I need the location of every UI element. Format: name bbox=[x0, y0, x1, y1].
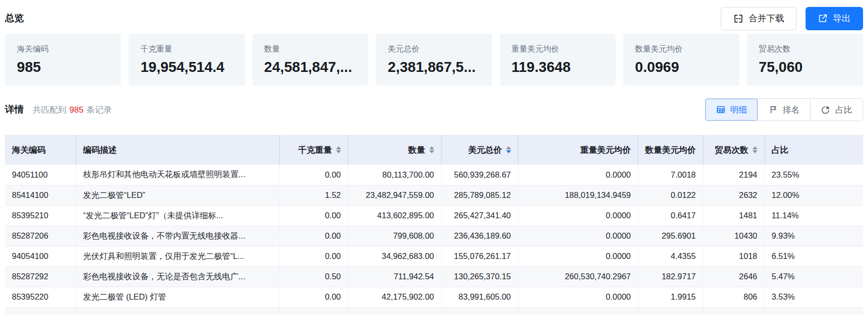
usd_per_weight-cell: 0.0000 bbox=[518, 226, 638, 246]
total_usd-cell: 155,076,261.17 bbox=[441, 246, 518, 266]
share-cell: 9.93% bbox=[764, 226, 863, 246]
total_usd-cell: 236,436,189.60 bbox=[441, 226, 518, 246]
quantity-cell bbox=[348, 307, 441, 315]
trade_count-cell: 1018 bbox=[703, 246, 764, 266]
rank-icon bbox=[768, 105, 778, 115]
trade_count-cell: 2632 bbox=[703, 185, 764, 205]
stat-value: 985 bbox=[17, 59, 109, 75]
sort-caret-icon[interactable] bbox=[752, 146, 757, 153]
detail-table: 海关编码编码描述千克重量数量美元总价重量美元均价数量美元均价贸易次数占比 940… bbox=[5, 135, 863, 315]
usd_per_weight-cell: 188,019,134.9459 bbox=[518, 185, 638, 205]
usd_per_quantity-cell: 4.4355 bbox=[638, 246, 703, 266]
table-row-2: 85395210“发光二极管“LED”灯”（未提供详细标...0.00413,6… bbox=[5, 205, 863, 226]
sort-caret-icon[interactable] bbox=[506, 146, 511, 153]
merge-download-button[interactable]: 合并下载 bbox=[721, 7, 797, 30]
description-cell: 枝形吊灯和其他电动天花板或墙壁照明装置... bbox=[76, 165, 279, 185]
column-header-weight_kg[interactable]: 千克重量 bbox=[279, 135, 348, 165]
usd_per_quantity-cell: 1.9915 bbox=[638, 287, 703, 307]
topbar: 总览 合并下载 导出 bbox=[5, 0, 863, 31]
stat-value: 19,954,514.4 bbox=[140, 59, 232, 75]
hs_code-cell: 85395220 bbox=[5, 287, 76, 307]
table-row-3: 85287206彩色电视接收设备，不带内置无线电接收器...0.00799,60… bbox=[5, 226, 863, 246]
pie-icon bbox=[821, 105, 831, 115]
detail-table-wrap: 海关编码编码描述千克重量数量美元总价重量美元均价数量美元均价贸易次数占比 940… bbox=[5, 135, 863, 315]
table-row-1: 85414100发光二极管“LED”1.5223,482,947,559.002… bbox=[5, 185, 863, 205]
table-header-row: 海关编码编码描述千克重量数量美元总价重量美元均价数量美元均价贸易次数占比 bbox=[5, 135, 863, 165]
column-label: 重量美元均价 bbox=[580, 144, 631, 156]
stat-card-4: 重量美元均价119.3648 bbox=[500, 34, 616, 86]
description-cell: “发光二极管“LED”灯”（未提供详细标... bbox=[76, 205, 279, 226]
total_usd-cell: 83,991,605.00 bbox=[441, 287, 518, 307]
table-row-0: 94051100枝形吊灯和其他电动天花板或墙壁照明装置...0.0080,113… bbox=[5, 165, 863, 185]
usd_per_quantity-cell bbox=[638, 307, 703, 315]
usd_per_weight-cell: 0.0000 bbox=[518, 165, 638, 185]
weight_kg-cell: 1.52 bbox=[279, 185, 348, 205]
stat-label: 美元总价 bbox=[388, 44, 480, 55]
hs_code-cell: 85414100 bbox=[5, 185, 76, 205]
export-icon bbox=[818, 13, 828, 23]
weight_kg-cell: 0.00 bbox=[279, 165, 348, 185]
export-label: 导出 bbox=[833, 12, 851, 24]
stat-card-3: 美元总价2,381,867,5... bbox=[376, 34, 492, 86]
trade_count-cell: 806 bbox=[703, 287, 764, 307]
description-cell: 光伏灯具和照明装置，仅用于发光二极管“L... bbox=[76, 246, 279, 266]
column-header-description: 编码描述 bbox=[76, 135, 279, 165]
weight_kg-cell bbox=[279, 307, 348, 315]
stat-label: 重量美元均价 bbox=[512, 44, 604, 55]
total_usd-cell: 130,265,370.15 bbox=[441, 266, 518, 287]
tab-pie[interactable]: 占比 bbox=[810, 99, 863, 121]
table-row-4: 94054100光伏灯具和照明装置，仅用于发光二极管“L...0.0034,96… bbox=[5, 246, 863, 266]
hs_code-cell: 85287292 bbox=[5, 266, 76, 287]
quantity-cell: 23,482,947,559.00 bbox=[348, 185, 441, 205]
weight_kg-cell: 0.00 bbox=[279, 287, 348, 307]
tab-rank[interactable]: 排名 bbox=[757, 99, 810, 121]
stat-value: 119.3648 bbox=[512, 59, 604, 75]
usd_per_weight-cell: 0.0000 bbox=[518, 287, 638, 307]
table-row-partial bbox=[5, 307, 863, 315]
detail-bar: 详情 共匹配到 985 条记录 明细排名占比 bbox=[5, 98, 863, 121]
table-body: 94051100枝形吊灯和其他电动天花板或墙壁照明装置...0.0080,113… bbox=[5, 165, 863, 315]
quantity-cell: 34,962,683.00 bbox=[348, 246, 441, 266]
column-header-quantity[interactable]: 数量 bbox=[348, 135, 441, 165]
usd_per_weight-cell: 0.0000 bbox=[518, 205, 638, 226]
sort-caret-icon[interactable] bbox=[429, 146, 434, 153]
table-row-6: 85395220发光二极管 (LED) 灯管0.0042,175,902.008… bbox=[5, 287, 863, 307]
total_usd-cell: 560,939,268.67 bbox=[441, 165, 518, 185]
description-cell: 彩色电视接收设备，不带内置无线电接收器... bbox=[76, 226, 279, 246]
merge-download-label: 合并下载 bbox=[749, 12, 784, 24]
tab-table[interactable]: 明细 bbox=[705, 99, 757, 121]
detail-title: 详情 bbox=[5, 103, 24, 116]
column-header-hs_code: 海关编码 bbox=[5, 135, 76, 165]
hs_code-cell: 85287206 bbox=[5, 226, 76, 246]
tab-label: 排名 bbox=[783, 104, 800, 116]
stat-card-5: 数量美元均价0.0969 bbox=[623, 34, 739, 86]
column-header-trade_count[interactable]: 贸易次数 bbox=[703, 135, 764, 165]
trade_count-cell: 10430 bbox=[703, 226, 764, 246]
total_usd-cell bbox=[441, 307, 518, 315]
tab-label: 明细 bbox=[730, 104, 747, 116]
tab-label: 占比 bbox=[835, 104, 852, 116]
column-label: 数量美元均价 bbox=[645, 144, 696, 156]
usd_per_quantity-cell: 0.6417 bbox=[638, 205, 703, 226]
match-count: 985 bbox=[69, 105, 83, 115]
table-row-5: 85287292彩色电视接收设备，无论是否包含无线电广...0.50711,94… bbox=[5, 266, 863, 287]
share-cell: 6.51% bbox=[764, 246, 863, 266]
column-label: 美元总价 bbox=[468, 144, 502, 156]
weight_kg-cell: 0.00 bbox=[279, 226, 348, 246]
sort-caret-icon[interactable] bbox=[336, 146, 341, 153]
column-label: 千克重量 bbox=[298, 144, 332, 156]
export-button[interactable]: 导出 bbox=[806, 7, 863, 30]
trade_count-cell: 2194 bbox=[703, 165, 764, 185]
quantity-cell: 42,175,902.00 bbox=[348, 287, 441, 307]
stat-value: 24,581,847,... bbox=[264, 59, 356, 75]
stat-label: 数量 bbox=[264, 44, 356, 55]
usd_per_quantity-cell: 0.0122 bbox=[638, 185, 703, 205]
usd_per_quantity-cell: 7.0018 bbox=[638, 165, 703, 185]
column-header-usd_per_quantity: 数量美元均价 bbox=[638, 135, 703, 165]
share-cell: 23.55% bbox=[764, 165, 863, 185]
share-cell: 12.00% bbox=[764, 185, 863, 205]
column-label: 数量 bbox=[408, 144, 425, 156]
column-label: 海关编码 bbox=[12, 144, 46, 156]
topbar-actions: 合并下载 导出 bbox=[721, 7, 863, 30]
column-header-total_usd[interactable]: 美元总价 bbox=[441, 135, 518, 165]
